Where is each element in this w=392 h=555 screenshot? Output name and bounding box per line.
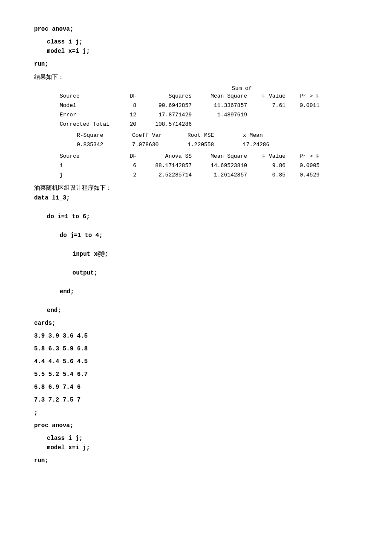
anova-table-1: Sum of Source DF Squares Mean Square F V… <box>60 85 358 180</box>
data-row-4: 5.5 5.2 5.4 6.7 <box>34 371 358 378</box>
col-pr-header: Pr > F <box>285 92 320 101</box>
x-mean-value: 17.24286 <box>243 140 285 150</box>
coeff-var-value: 7.078630 <box>132 140 175 150</box>
table-row: Error 12 17.8771429 1.4897619 <box>60 110 358 120</box>
output-line: output; <box>72 269 358 276</box>
cards-line: cards; <box>34 320 358 327</box>
data-row-1: 3.9 3.9 3.6 4.5 <box>34 332 358 339</box>
rsquare-header-row: R-Square Coeff Var Root MSE x Mean <box>77 131 358 140</box>
data-row-2: 5.8 6.3 5.9 6.8 <box>34 345 358 352</box>
proc-anova-line2: proc anova; <box>34 422 358 429</box>
table1-header-row: Source DF Squares Mean Square F Value Pr… <box>60 92 358 101</box>
empty-line5 <box>34 279 358 286</box>
end-j-line: end; <box>60 288 358 295</box>
proc-anova-line: proc anova; <box>34 26 358 32</box>
table-row: j 2 2.52285714 1.26142857 0.85 0.4529 <box>60 171 358 180</box>
col-ms-header: Mean Square <box>192 92 247 101</box>
model-line: model x=i j; <box>47 48 358 55</box>
col-ss-header: Squares <box>136 92 192 101</box>
coeff-var-label: Coeff Var <box>132 131 175 140</box>
table2-header-row: Source DF Anova SS Mean Square F Value P… <box>60 152 358 161</box>
do-j-line: do j=1 to 4; <box>60 232 358 239</box>
data-row-3: 4.4 4.4 5.6 4.5 <box>34 358 358 365</box>
table-row: Corrected Total 20 108.5714286 <box>60 120 358 129</box>
run-line: run; <box>34 61 358 67</box>
col-fv-header: F Value <box>247 92 285 101</box>
oil-label: 油菜随机区组设计程序如下： <box>34 184 358 192</box>
rsquare-values-row: 0.835342 7.078630 1.220558 17.24286 <box>77 140 358 150</box>
model-line2: model x=i j; <box>47 444 358 451</box>
data-row-6: 7.3 7.2 7.5 7 <box>34 396 358 403</box>
empty-line6 <box>34 298 358 304</box>
semicolon-line: ; <box>34 409 358 416</box>
input-x-line: input x@@; <box>72 251 358 257</box>
empty-line4 <box>34 260 358 267</box>
root-mse-value: 1.220558 <box>187 140 230 150</box>
table-row: Model 8 90.6942857 11.3367857 7.61 0.001… <box>60 101 358 110</box>
end-i-line: end; <box>47 307 358 314</box>
empty-line3 <box>34 241 358 248</box>
do-i-line: do i=1 to 6; <box>47 213 358 220</box>
sum-of-header: Sum of <box>126 85 358 92</box>
run-line2: run; <box>34 457 358 464</box>
col-source-header: Source <box>60 92 119 101</box>
class-line2: class i j; <box>47 435 358 442</box>
col-df-header: DF <box>119 92 136 101</box>
empty-line2 <box>34 223 358 229</box>
results-label: 结果如下： <box>34 73 358 81</box>
rsquare-value: 0.835342 <box>77 140 119 150</box>
rsquare-label: R-Square <box>77 131 119 140</box>
empty-line <box>34 204 358 211</box>
class-line: class i j; <box>47 38 358 45</box>
x-mean-label: x Mean <box>243 131 285 140</box>
data-li3-line: data li_3; <box>34 194 358 201</box>
table-row: i 6 88.17142857 14.69523810 9.86 0.0005 <box>60 161 358 171</box>
data-row-5: 6.8 6.9 7.4 6 <box>34 384 358 390</box>
root-mse-label: Root MSE <box>187 131 230 140</box>
